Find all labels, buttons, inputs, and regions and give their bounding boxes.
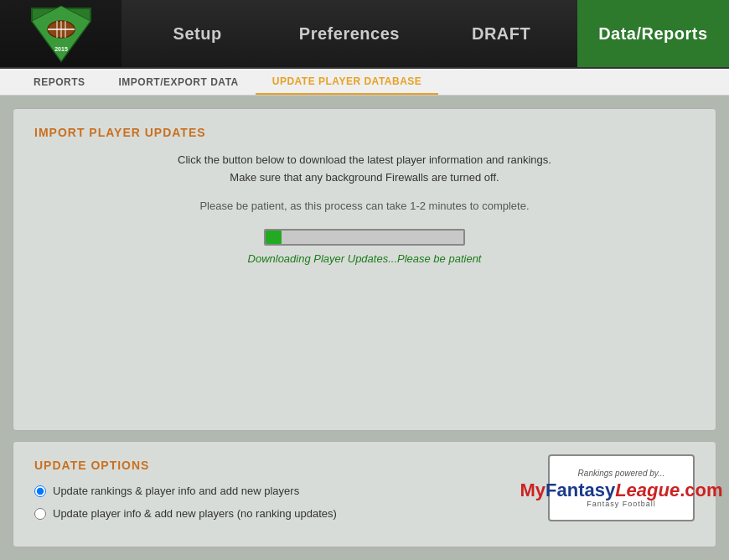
update-option-2-radio[interactable] [34, 508, 46, 520]
logo-area: 2015 [0, 0, 122, 67]
import-panel: IMPORT PLAYER UPDATES Click the button b… [13, 108, 716, 431]
update-option-1-label: Update rankings & player info and add ne… [53, 485, 299, 497]
update-options-content: UPDATE OPTIONS Update rankings & player … [34, 459, 548, 530]
update-option-2-label: Update player info & add new players (no… [53, 507, 337, 520]
svg-text:2015: 2015 [54, 46, 68, 52]
nav-preferences[interactable]: Preferences [273, 0, 425, 67]
mfl-fantasy: Fantasy [545, 480, 615, 500]
fandraft-logo: 2015 [28, 4, 95, 63]
progress-label: Downloading Player Updates...Please be p… [248, 252, 482, 265]
import-description: Click the button below to download the l… [34, 152, 695, 187]
mfl-dot-com: .com [680, 480, 722, 500]
mfl-league: League [615, 480, 680, 500]
patience-text: Please be patient, as this process can t… [34, 200, 695, 212]
progress-bar-outer [264, 229, 465, 246]
nav-data-reports[interactable]: Data/Reports [577, 0, 729, 67]
mfl-rankings-text: Rankings powered by... [578, 469, 665, 478]
import-desc-line1: Click the button below to download the l… [34, 152, 695, 169]
nav-items: Setup Preferences DRAFT Data/Reports [122, 0, 729, 67]
import-panel-title: IMPORT PLAYER UPDATES [34, 126, 695, 139]
mfl-my: My [520, 480, 545, 500]
sub-nav-update-db[interactable]: UPDATE PLAYER DATABASE [256, 69, 439, 95]
progress-bar-inner [266, 231, 282, 244]
main-content: IMPORT PLAYER UPDATES Click the button b… [0, 96, 729, 560]
update-options-panel: UPDATE OPTIONS Update rankings & player … [13, 441, 716, 547]
update-options-title: UPDATE OPTIONS [34, 459, 548, 472]
nav-draft[interactable]: DRAFT [426, 0, 577, 67]
nav-setup[interactable]: Setup [122, 0, 273, 67]
mfl-sub-text: Fantasy Football [587, 500, 656, 508]
mfl-logo: Rankings powered by... MyFantasyLeague.c… [548, 454, 695, 521]
progress-container: Downloading Player Updates...Please be p… [34, 229, 695, 265]
update-option-1[interactable]: Update rankings & player info and add ne… [34, 485, 548, 497]
sub-nav-import-export[interactable]: IMPORT/EXPORT DATA [102, 69, 256, 95]
top-navigation: 2015 Setup Preferences DRAFT Data/Report… [0, 0, 729, 69]
update-option-1-radio[interactable] [34, 485, 46, 497]
update-option-2[interactable]: Update player info & add new players (no… [34, 507, 548, 520]
mfl-logo-text-row: MyFantasyLeague.com [520, 481, 722, 500]
sub-nav-reports[interactable]: REPORTS [17, 69, 102, 95]
import-desc-line2: Make sure that any background Firewalls … [34, 169, 695, 187]
sub-navigation: REPORTS IMPORT/EXPORT DATA UPDATE PLAYER… [0, 69, 729, 96]
